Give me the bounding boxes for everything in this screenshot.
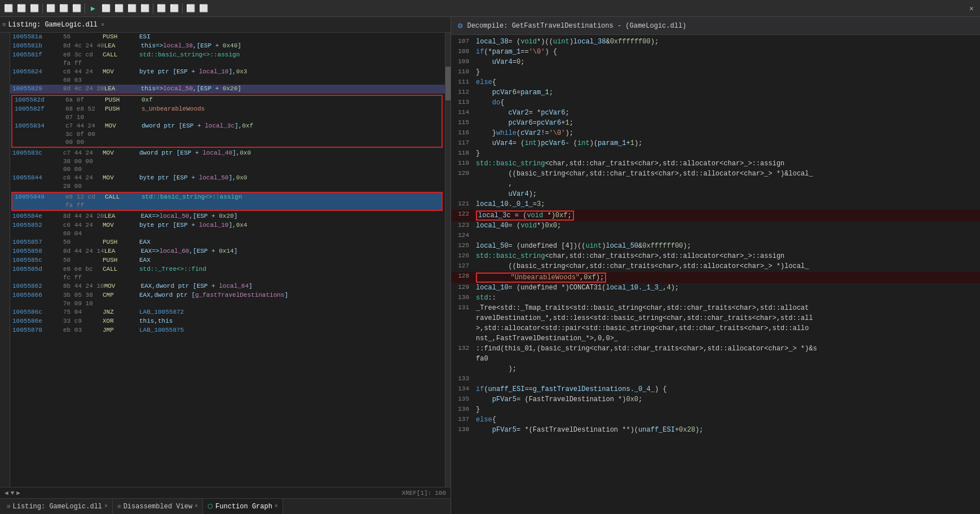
toolbar-icon-6[interactable]: ⬜ <box>70 2 83 15</box>
decompile-title: Decompile: GetFastTravelDestinations - (… <box>467 22 686 30</box>
code-line-131c: >,std::allocator<std::pair<std::basic_st… <box>451 324 980 334</box>
code-line-128: 128 "UnbearableWoods",0xf); <box>451 272 980 283</box>
listing-tab-close[interactable]: × <box>101 21 105 28</box>
code-line-131b: ravelDestination_*,std::less<std::basic_… <box>451 314 980 324</box>
code-line-120c: uVar4); <box>451 190 980 200</box>
asm-line-bytes3a: 3c 0f 00 <box>12 131 442 139</box>
xref-info: XREF[1]: 100 <box>401 490 446 497</box>
asm-bytes-3c-b: 00 00 <box>10 166 445 174</box>
asm-line-1005582f: 1005582f 68 e8 52 PUSH s_UnbearableWoods <box>12 105 442 114</box>
toolbar-icon-10[interactable]: ⬜ <box>126 2 138 15</box>
toolbar-icon-7[interactable]: ▶ <box>87 2 99 15</box>
code-line-132c: ); <box>451 364 980 375</box>
asm-line-1005585c: 1005585c 50 PUSH EAX <box>10 256 445 265</box>
code-line-118: 118 } <box>451 149 980 159</box>
asm-line-10055849: 10055849 e8 12 cd CALL std::basic_string… <box>12 193 442 202</box>
left-tab-bar: ≡ Listing: GameLogic.dll × <box>0 17 451 33</box>
toolbar-icon-1[interactable]: ⬜ <box>2 2 15 15</box>
toolbar-icon-15[interactable]: ⬜ <box>197 2 210 15</box>
listing-scrollbar[interactable] <box>445 33 451 487</box>
decompile-header: ⚙ Decompile: GetFastTravelDestinations -… <box>451 17 980 35</box>
asm-line-10055834-1: 10055834 c7 44 24 MOV dword ptr [ESP + l… <box>12 122 442 131</box>
tab-function-graph-label: Function Graph <box>215 503 272 511</box>
left-panel: ≡ Listing: GameLogic.dll × 1005581a 56 P… <box>0 17 451 514</box>
code-line-132b: fa0 <box>451 354 980 364</box>
asm-line-10055857: 10055857 50 PUSH EAX <box>10 238 445 247</box>
asm-line-bytes1: fa ff <box>10 60 445 68</box>
asm-line-10055866: 10055866 3b 05 38 CMP EAX,dword ptr [g_f… <box>10 291 445 300</box>
decompile-content[interactable]: 107 local_38 = (void *)((uint)local_38 &… <box>451 35 980 514</box>
code-line-113: 113 do { <box>451 98 980 108</box>
asm-bytes-49: fa ff <box>12 202 442 210</box>
asm-line-10055844: 10055844 c6 44 24 MOV byte ptr [ESP + lo… <box>10 174 445 183</box>
tab-function-graph-close[interactable]: × <box>275 503 278 509</box>
code-line-133: 133 <box>451 375 980 385</box>
xref-bar: ◀ ▼ ▶ XREF[1]: 100 <box>0 487 451 498</box>
main-area: ≡ Listing: GameLogic.dll × 1005581a 56 P… <box>0 17 980 514</box>
code-line-129: 129 local_10 = (undefined *)CONCAT31(loc… <box>451 283 980 293</box>
toolbar-icon-9[interactable]: ⬜ <box>113 2 125 15</box>
asm-line-bytes3b: 00 00 <box>12 139 442 147</box>
listing-content[interactable]: 1005581a 56 PUSH ESI 1005581b 8d 4c 24 4… <box>10 33 445 487</box>
asm-bytes-3c-a: 38 00 00 <box>10 158 445 166</box>
app-container: ⬜ ⬜ ⬜ ⬜ ⬜ ⬜ ▶ ⬜ ⬜ ⬜ ⬜ ⬜ ⬜ ⬜ ⬜ ✕ ≡ Listin… <box>0 0 980 514</box>
tab-function-graph-icon: ⬡ <box>208 503 213 510</box>
code-line-112: 112 pcVar6 = param_1; <box>451 88 980 98</box>
tab-disassembled-close[interactable]: × <box>195 503 198 509</box>
bottom-tab-bar: ≡ Listing: GameLogic.dll × ≡ Disassemble… <box>0 498 451 514</box>
code-line-126: 126 std::basic_string<char,std::char_tra… <box>451 252 980 262</box>
asm-line-1005583c: 1005583c c7 44 24 MOV dword ptr [ESP + l… <box>10 149 445 158</box>
tab-disassembled[interactable]: ≡ Disassembled View × <box>113 499 203 515</box>
code-line-120b: , <box>451 179 980 190</box>
asm-line-1005584e: 1005584e 8d 44 24 20 LEA EAX=>local_50,[… <box>10 212 445 221</box>
code-line-107: 107 local_38 = (void *)((uint)local_38 &… <box>451 37 980 47</box>
code-line-136: 136 } <box>451 405 980 415</box>
scroll-left-icon[interactable]: ◀ <box>5 489 8 497</box>
toolbar-icon-5[interactable]: ⬜ <box>58 2 70 15</box>
code-line-134: 134 if (unaff_ESI == g_fastTravelDestina… <box>451 385 980 395</box>
asm-bytes-44: 28 00 <box>10 183 445 191</box>
code-line-130: 130 std:: <box>451 293 980 304</box>
toolbar-icon-14[interactable]: ⬜ <box>184 2 197 15</box>
listing-wrapper: 1005581a 56 PUSH ESI 1005581b 8d 4c 24 4… <box>0 33 451 487</box>
scroll-right-icon[interactable]: ▶ <box>16 489 20 497</box>
top-toolbar: ⬜ ⬜ ⬜ ⬜ ⬜ ⬜ ▶ ⬜ ⬜ ⬜ ⬜ ⬜ ⬜ ⬜ ⬜ ✕ <box>0 0 980 17</box>
code-line-117: 117 uVar4 = (int)pcVar6 - (int)(param_1 … <box>451 139 980 149</box>
close-panel-icon[interactable]: ✕ <box>965 2 978 15</box>
code-line-135: 135 pFVar5 = (FastTravelDestination *)0x… <box>451 395 980 405</box>
asm-bytes-52: 60 04 <box>10 230 445 238</box>
toolbar-icon-2[interactable]: ⬜ <box>15 2 28 15</box>
tab-disassembled-icon: ≡ <box>117 503 121 510</box>
code-line-111: 111 else { <box>451 78 980 88</box>
code-line-120a: 120 ((basic_string<char,std::char_traits… <box>451 169 980 179</box>
toolbar-icon-3[interactable]: ⬜ <box>28 2 41 15</box>
code-line-121: 121 local_10._0_1_ = 3; <box>451 200 980 210</box>
asm-bytes-66: 7e 09 10 <box>10 300 445 308</box>
code-line-110: 110 } <box>451 68 980 78</box>
code-line-122: 122 local_3c = (void *)0xf; <box>451 210 980 221</box>
asm-line-10055824: 10055824 c6 44 24 MOV byte ptr [ESP + lo… <box>10 68 445 77</box>
tab-listing-icon: ≡ <box>7 503 11 510</box>
asm-line-1005581b: 1005581b 8d 4c 24 40 LEA this=>local_38,… <box>10 42 445 51</box>
code-line-125: 125 local_50 = (undefined [4])((uint)loc… <box>451 241 980 252</box>
toolbar-icon-4[interactable]: ⬜ <box>45 2 57 15</box>
toolbar-icon-13[interactable]: ⬜ <box>168 2 180 15</box>
tab-listing[interactable]: ≡ Listing: GameLogic.dll × <box>2 499 113 515</box>
listing-tab-icon: ≡ <box>2 21 6 28</box>
tab-function-graph[interactable]: ⬡ Function Graph × <box>203 499 283 515</box>
code-line-131a: 131 _Tree<std::_Tmap_traits<std::basic_s… <box>451 304 980 314</box>
xref-value: 100 <box>435 490 446 497</box>
red-box-group: 1005582d 6a 0f PUSH 0xf 1005582f 68 e8 5… <box>11 95 443 148</box>
scroll-down-icon[interactable]: ▼ <box>11 490 15 497</box>
toolbar-icon-12[interactable]: ⬜ <box>155 2 167 15</box>
toolbar-icon-11[interactable]: ⬜ <box>139 2 151 15</box>
listing-tab-label[interactable]: Listing: GameLogic.dll <box>8 21 98 29</box>
tab-listing-close[interactable]: × <box>104 503 108 509</box>
decompile-header-icon: ⚙ <box>458 21 462 30</box>
code-line-131d: nst_,FastTravelDestination_*>,0,0>_ <box>451 334 980 344</box>
xref-label: XREF[1]: <box>401 490 431 497</box>
asm-line-bytes2: 60 03 <box>10 77 445 85</box>
asm-line-10055852: 10055852 c6 44 24 MOV byte ptr [ESP + lo… <box>10 221 445 230</box>
toolbar-icon-8[interactable]: ⬜ <box>100 2 112 15</box>
scroll-arrows: ◀ ▼ ▶ <box>5 489 20 497</box>
